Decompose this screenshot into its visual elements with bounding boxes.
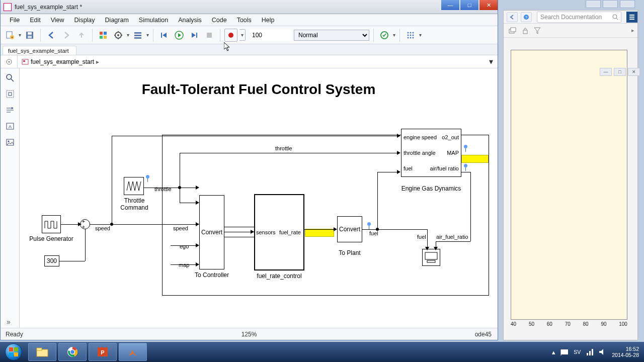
sub-min-button[interactable]: — [600,68,612,76]
image-icon[interactable] [5,137,16,148]
svg-point-62 [8,141,9,142]
sub-close-button[interactable]: ✕ [628,68,640,76]
simulation-stop-time-input[interactable] [250,30,292,41]
figure-filter-icon[interactable] [534,27,541,34]
titlebar[interactable]: fuel_sys_example_start * — □ ✕ [1,0,498,14]
throttle-command-block[interactable] [124,177,144,195]
up-button[interactable] [75,29,88,42]
update-dropdown-icon[interactable]: ▾ [393,32,395,38]
menu-edit[interactable]: Edit [25,15,46,26]
start-button[interactable] [0,342,27,362]
window-maximize-button[interactable]: □ [460,0,478,10]
svg-rect-64 [427,260,435,262]
menu-code[interactable]: Code [207,15,232,26]
svg-rect-17 [104,32,107,35]
help-menu-button[interactable] [626,12,637,23]
scope-block[interactable] [422,249,440,266]
svg-marker-32 [178,33,181,37]
build-button[interactable] [404,29,417,42]
new-dropdown-icon[interactable]: ▾ [19,32,21,38]
tray-lang[interactable]: SV [574,349,581,355]
step-back-button[interactable] [157,29,171,42]
tray-volume-icon[interactable] [599,348,607,356]
breadcrumb[interactable]: fuel_sys_example_start ▸ [18,55,485,68]
hide-nav-button[interactable] [1,55,18,68]
model-explorer-button[interactable] [131,29,144,42]
task-powerpoint[interactable]: P [89,343,117,361]
svg-rect-9 [523,30,527,34]
to-controller-block[interactable]: Convert [199,195,224,269]
signal-throttle: throttle [154,186,172,192]
tray-clock[interactable]: 16:52 2014-05-28 [612,346,639,358]
annotation-icon[interactable]: A [5,121,16,132]
menu-display[interactable]: Display [69,15,100,26]
simulink-window: fuel_sys_example_start * — □ ✕ File Edit… [0,0,498,340]
system-tray[interactable]: ▴ SV 16:52 2014-05-28 [552,342,644,362]
stop-button[interactable] [203,29,216,42]
svg-text:+: + [11,36,13,39]
new-model-button[interactable]: + [4,29,17,42]
explorer-dropdown-icon[interactable]: ▾ [146,32,149,38]
status-bar: Ready 125% ode45 [1,328,498,340]
sum-block[interactable]: + + [80,219,90,229]
tray-network-icon[interactable] [586,348,594,356]
tray-show-hidden-icon[interactable]: ▴ [552,348,555,356]
windows-taskbar[interactable]: P ▴ SV 16:52 2014-05-28 [0,342,644,362]
build-dropdown-icon[interactable]: ▾ [419,32,422,38]
menu-tools[interactable]: Tools [232,15,257,26]
sub-max-button[interactable]: □ [614,68,626,76]
constant-300-block[interactable]: 300 [44,255,59,266]
svg-point-42 [410,34,412,36]
fit-icon[interactable] [5,88,16,100]
menu-file[interactable]: File [5,15,25,26]
library-browser-button[interactable] [97,29,110,42]
signal-afr-scope: air_fuel_ratio [436,234,468,240]
task-matlab[interactable] [119,343,147,361]
record-button[interactable] [224,29,237,42]
figure-layers-icon[interactable] [509,27,517,35]
figure-lock-icon[interactable] [522,27,529,34]
menu-help[interactable]: Help [257,15,280,26]
autoarrange-icon[interactable] [5,105,16,116]
menu-view[interactable]: View [46,15,69,26]
breadcrumb-dropdown[interactable]: ▾ [485,57,498,66]
svg-text:?: ? [525,15,528,20]
to-plant-block[interactable]: Convert [337,216,362,242]
task-explorer[interactable] [28,343,56,361]
model-tab[interactable]: fuel_sys_example_start [3,46,76,55]
expand-palette-icon[interactable]: » [7,318,11,326]
doc-search-input[interactable]: Search Documentation [537,12,621,23]
svg-point-48 [8,61,10,62]
svg-rect-26 [134,32,141,34]
zoom-icon[interactable] [5,72,16,83]
step-forward-button[interactable] [188,29,201,42]
run-button[interactable] [173,29,186,42]
highlight-map [461,155,489,163]
simulation-mode-select[interactable]: Normal [294,30,369,41]
window-close-button[interactable]: ✕ [479,0,498,10]
help-circle-button[interactable]: ? [521,12,532,22]
pulse-generator-block[interactable] [42,215,61,233]
forward-button[interactable] [60,29,73,42]
testpoint-throttle [145,175,150,182]
tray-flag-icon[interactable] [560,348,569,356]
svg-point-39 [410,32,412,33]
menu-diagram[interactable]: Diagram [100,15,134,26]
update-diagram-button[interactable] [378,29,391,42]
help-back-button[interactable] [507,12,518,22]
back-button[interactable] [45,29,58,42]
menu-simulation[interactable]: Simulation [134,15,173,26]
menu-analysis[interactable]: Analysis [173,15,207,26]
record-dropdown-icon[interactable]: ▾ [239,29,246,41]
model-canvas[interactable]: Fault-Tolerant Fuel Control System Pulse… [20,68,498,328]
task-chrome[interactable] [58,343,87,361]
svg-point-45 [410,37,412,38]
svg-rect-71 [37,348,42,350]
save-button[interactable] [23,29,36,42]
model-config-button[interactable] [112,29,125,42]
port-sensors-label: sensors [256,229,276,235]
engine-gas-dynamics-block[interactable]: engine speedo2_out throttle angleMAP fue… [401,129,461,177]
window-minimize-button[interactable]: — [441,0,459,10]
svg-marker-58 [12,107,14,109]
config-dropdown-icon[interactable]: ▾ [127,32,129,38]
